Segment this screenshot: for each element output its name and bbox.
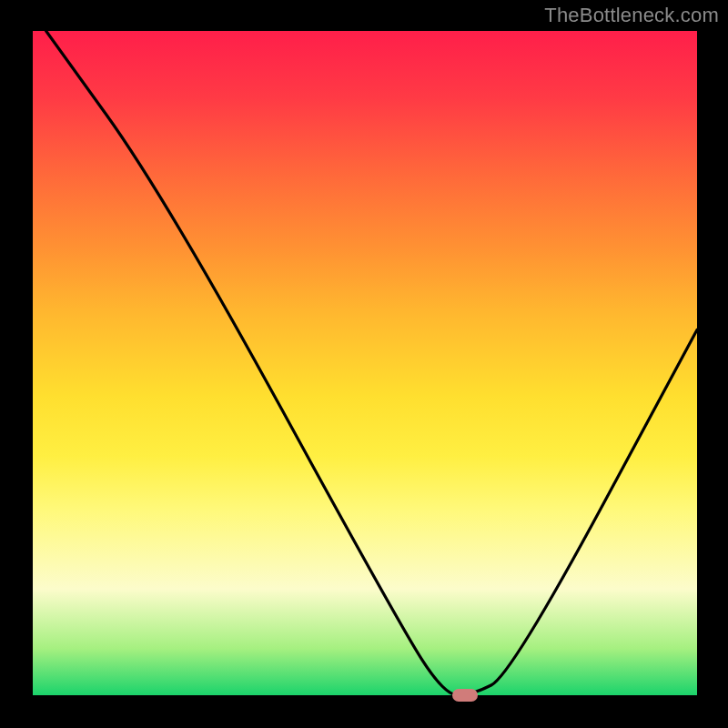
plot-area [33, 31, 697, 695]
bottleneck-curve-path [46, 31, 697, 695]
attribution-text: TheBottleneck.com [544, 4, 719, 27]
optimal-marker [452, 689, 478, 702]
chart-frame: TheBottleneck.com [0, 0, 728, 728]
curve-svg [33, 31, 697, 695]
